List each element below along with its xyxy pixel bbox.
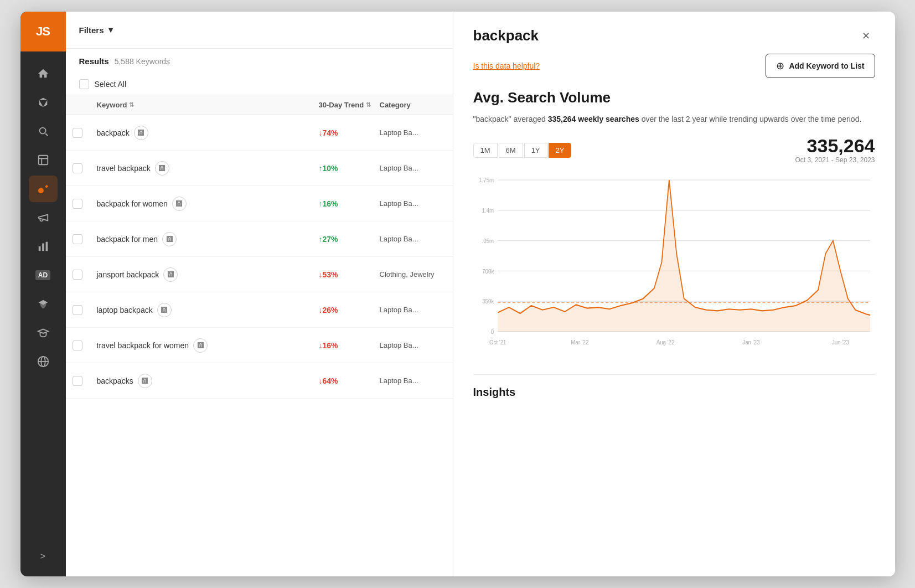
checkbox-2[interactable] — [73, 199, 82, 209]
checkbox-6[interactable] — [73, 341, 82, 350]
chart-stat-range: Oct 3, 2021 - Sep 23, 2023 — [795, 156, 875, 164]
svg-text:1.4m: 1.4m — [482, 207, 494, 214]
desc-prefix: "backpack" averaged — [473, 115, 548, 123]
sort-icon-trend: ⇅ — [366, 101, 371, 109]
checkbox-7[interactable] — [73, 376, 82, 386]
select-all-row: Select All — [66, 74, 453, 95]
th-trend[interactable]: 30-Day Trend ⇅ — [319, 101, 380, 109]
table-row[interactable]: backpacks 🅰 ↓64% Laptop Ba... — [66, 363, 453, 399]
svg-text:350k: 350k — [482, 298, 494, 305]
sidebar-item-ad-manager[interactable]: AD — [29, 262, 58, 288]
sidebar-item-academy[interactable] — [29, 291, 58, 317]
row-category-4: Clothing, Jewelry — [380, 270, 446, 278]
desc-suffix: over the last 2 year while trending upwa… — [639, 115, 862, 123]
table-row[interactable]: backpack for men 🅰 ↑27% Laptop Ba... — [66, 221, 453, 257]
row-trend-1: ↑10% — [319, 164, 380, 173]
sidebar-item-home[interactable] — [29, 60, 58, 87]
desc-bold: 335,264 weekly searches — [548, 115, 639, 123]
svg-text:Aug '22: Aug '22 — [656, 339, 674, 346]
sidebar-item-ads[interactable] — [29, 204, 58, 231]
insights-title: Insights — [473, 386, 875, 399]
sidebar-item-tracker[interactable] — [29, 147, 58, 173]
row-checkbox-0[interactable] — [73, 128, 97, 138]
row-category-6: Laptop Ba... — [380, 341, 446, 349]
amz-icon-3[interactable]: 🅰 — [162, 232, 177, 246]
svg-text:700k: 700k — [482, 267, 494, 275]
chart-controls: 1M6M1Y2Y 335,264 Oct 3, 2021 - Sep 23, 2… — [473, 136, 875, 164]
sidebar-item-courses[interactable] — [29, 319, 58, 346]
tracker-icon — [37, 154, 49, 166]
sidebar-item-analytics[interactable] — [29, 233, 58, 260]
app-logo[interactable]: JS — [20, 12, 66, 51]
checkbox-1[interactable] — [73, 163, 82, 173]
sidebar-item-products[interactable] — [29, 89, 58, 116]
close-button[interactable]: ✕ — [857, 27, 875, 45]
keyword-text-5: laptop backpack — [97, 306, 153, 314]
chart-stat-value: 335,264 — [795, 136, 875, 155]
table-header: Keyword ⇅ 30-Day Trend ⇅ Category — [66, 95, 453, 115]
row-category-2: Laptop Ba... — [380, 199, 446, 208]
checkbox-0[interactable] — [73, 128, 82, 138]
row-keyword-4: jansport backpack 🅰 — [97, 267, 319, 282]
sidebar-expand-button[interactable]: > — [29, 545, 58, 568]
row-category-7: Laptop Ba... — [380, 376, 446, 385]
filters-button[interactable]: Filters ▾ — [79, 22, 113, 38]
time-tab-1m[interactable]: 1M — [473, 143, 498, 158]
row-category-5: Laptop Ba... — [380, 306, 446, 314]
add-keyword-button[interactable]: ⊕ Add Keyword to List — [766, 54, 875, 78]
row-checkbox-4[interactable] — [73, 270, 97, 280]
keyword-text-7: backpacks — [97, 376, 133, 385]
table-row[interactable]: travel backpack for women 🅰 ↓16% Laptop … — [66, 328, 453, 363]
table-row[interactable]: backpack for women 🅰 ↑16% Laptop Ba... — [66, 186, 453, 221]
time-tabs: 1M6M1Y2Y — [473, 143, 572, 158]
checkbox-4[interactable] — [73, 270, 82, 280]
amz-icon-0[interactable]: 🅰 — [134, 126, 148, 140]
avg-search-volume-title: Avg. Search Volume — [473, 89, 875, 106]
amz-icon-1[interactable]: 🅰 — [155, 161, 169, 176]
row-keyword-7: backpacks 🅰 — [97, 374, 319, 388]
row-checkbox-6[interactable] — [73, 341, 97, 350]
row-checkbox-5[interactable] — [73, 305, 97, 315]
sidebar-item-search[interactable] — [29, 118, 58, 145]
th-keyword[interactable]: Keyword ⇅ — [97, 101, 319, 109]
row-checkbox-2[interactable] — [73, 199, 97, 209]
svg-text:Jan '23: Jan '23 — [742, 339, 759, 346]
megaphone-icon — [37, 212, 49, 224]
row-checkbox-1[interactable] — [73, 163, 97, 173]
sidebar-item-globe[interactable] — [29, 348, 58, 375]
keyword-text-3: backpack for men — [97, 235, 158, 244]
table-row[interactable]: laptop backpack 🅰 ↓26% Laptop Ba... — [66, 292, 453, 328]
time-tab-1y[interactable]: 1Y — [524, 143, 547, 158]
keyword-text-6: travel backpack for women — [97, 341, 189, 350]
amz-icon-4[interactable]: 🅰 — [163, 267, 178, 282]
keyword-text-1: travel backpack — [97, 164, 151, 173]
helpful-link[interactable]: Is this data helpful? — [473, 61, 540, 70]
svg-text:Jun '23: Jun '23 — [831, 339, 849, 346]
amz-icon-2[interactable]: 🅰 — [172, 197, 187, 211]
amz-icon-7[interactable]: 🅰 — [138, 374, 152, 388]
sidebar-item-keywords[interactable] — [29, 176, 58, 202]
time-tab-6m[interactable]: 6M — [499, 143, 523, 158]
row-checkbox-7[interactable] — [73, 376, 97, 386]
keyword-text-2: backpack for women — [97, 199, 168, 208]
row-trend-6: ↓16% — [319, 341, 380, 350]
add-keyword-label: Add Keyword to List — [789, 61, 864, 70]
row-keyword-1: travel backpack 🅰 — [97, 161, 319, 176]
expand-icon: > — [40, 551, 45, 561]
key-icon — [37, 183, 49, 195]
time-tab-2y[interactable]: 2Y — [549, 143, 572, 158]
amz-icon-6[interactable]: 🅰 — [193, 338, 208, 353]
svg-text:Oct '21: Oct '21 — [489, 339, 506, 346]
table-row[interactable]: backpack 🅰 ↓74% Laptop Ba... — [66, 115, 453, 151]
keyword-text-0: backpack — [97, 128, 130, 137]
checkbox-3[interactable] — [73, 234, 82, 244]
amz-icon-5[interactable]: 🅰 — [157, 303, 172, 317]
filters-bar: Filters ▾ — [66, 12, 453, 49]
bar-chart-icon — [37, 240, 49, 252]
table-row[interactable]: travel backpack 🅰 ↑10% Laptop Ba... — [66, 151, 453, 186]
checkbox-5[interactable] — [73, 305, 82, 315]
select-all-checkbox[interactable] — [79, 79, 89, 89]
row-checkbox-3[interactable] — [73, 234, 97, 244]
table-row[interactable]: jansport backpack 🅰 ↓53% Clothing, Jewel… — [66, 257, 453, 292]
svg-rect-3 — [45, 242, 48, 251]
